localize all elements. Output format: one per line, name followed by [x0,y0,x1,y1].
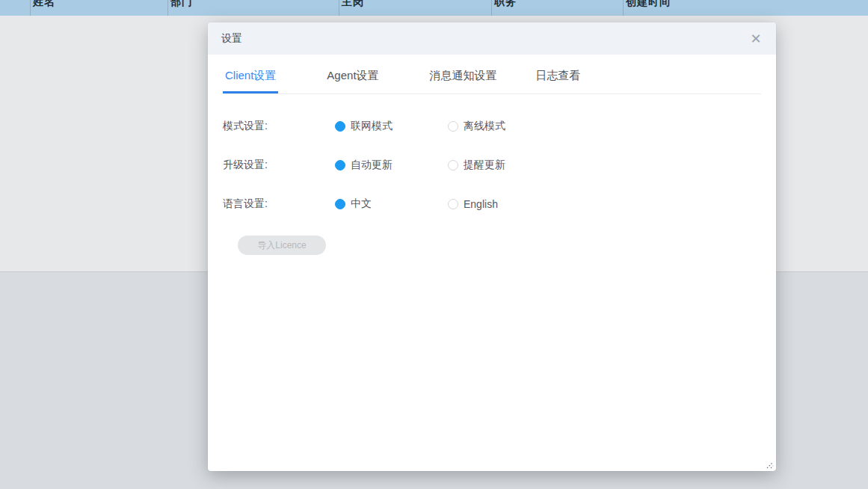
radio-chinese[interactable]: 中文 [335,197,448,211]
tab-log-view[interactable]: 日志查看 [534,65,583,93]
radio-icon [335,121,345,132]
import-licence-button[interactable]: 导入Licence [238,236,326,255]
language-setting-row: 语言设置: 中文 English [223,197,761,212]
radio-icon [335,199,345,209]
radio-label: 离线模式 [464,120,505,133]
tab-agent-settings[interactable]: Agent设置 [324,65,381,93]
radio-icon [448,199,458,209]
upgrade-setting-row: 升级设置: 自动更新 提醒更新 [223,158,761,173]
tab-client-settings[interactable]: Client设置 [223,65,278,93]
radio-english[interactable]: English [448,198,498,210]
close-icon[interactable]: ✕ [748,31,764,47]
upgrade-setting-label: 升级设置: [223,159,335,172]
settings-tabbar: Client设置 Agent设置 消息通知设置 日志查看 [223,55,761,94]
radio-label: 提醒更新 [464,159,505,172]
radio-icon [335,160,345,170]
radio-icon [448,160,458,170]
radio-remind-update[interactable]: 提醒更新 [448,159,505,172]
language-setting-label: 语言设置: [223,197,335,211]
radio-label: English [464,198,498,210]
radio-offline-mode[interactable]: 离线模式 [448,120,505,133]
radio-label: 中文 [351,197,372,211]
radio-label: 联网模式 [351,120,393,133]
mode-setting-label: 模式设置: [223,120,335,133]
tab-message-notification-settings[interactable]: 消息通知设置 [428,65,499,93]
radio-online-mode[interactable]: 联网模式 [335,120,448,133]
radio-auto-update[interactable]: 自动更新 [335,159,448,172]
client-settings-form: 模式设置: 联网模式 离线模式 升级设置: 自动更新 提醒更新 语言设置: [208,94,776,255]
radio-icon [448,121,458,132]
radio-label: 自动更新 [351,159,393,172]
mode-setting-row: 模式设置: 联网模式 离线模式 [223,119,761,134]
dialog-title: 设置 [221,32,242,46]
resize-handle-icon[interactable] [765,460,774,469]
dialog-titlebar: 设置 ✕ [208,22,776,55]
settings-dialog: 设置 ✕ Client设置 Agent设置 消息通知设置 日志查看 模式设置: … [208,22,776,471]
